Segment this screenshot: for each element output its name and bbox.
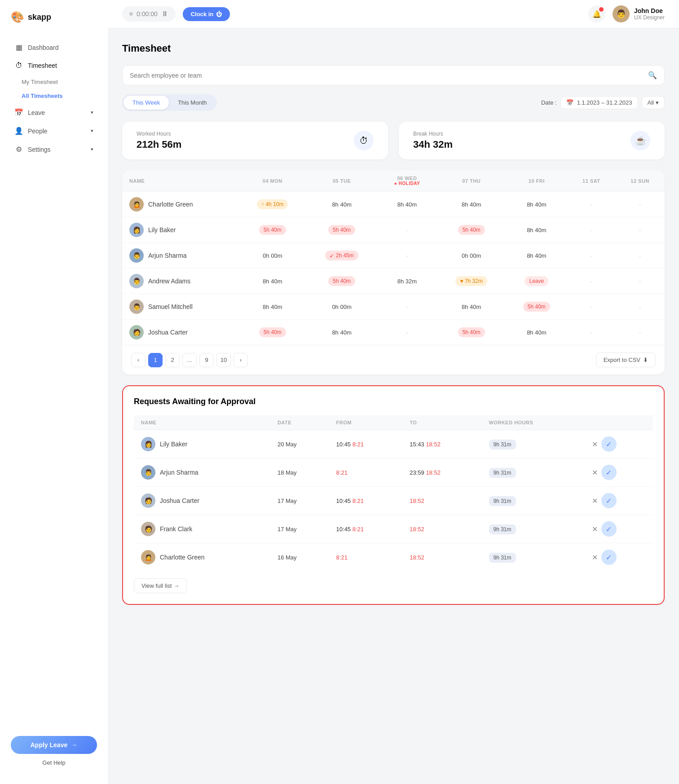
reject-button[interactable]: ✕ [592, 497, 598, 505]
reject-button[interactable]: ✕ [592, 553, 598, 562]
req-actions: ✕ ✓ [585, 430, 653, 458]
time-pill-low: ♥ 7h 32m [455, 276, 487, 286]
col-sun: 12 SUN [615, 170, 665, 192]
table-row: 👨Arjun Sharma0h 00m↙ 2h 45m-0h 00m8h 40m… [122, 243, 665, 269]
apply-leave-button[interactable]: Apply Leave → [11, 736, 97, 754]
date-range-picker[interactable]: 📅 1.1.2023 – 31.2.2023 [560, 96, 638, 109]
list-item: 👨 Arjun Sharma 18 May 8:21 23:59 18:52 9… [134, 458, 653, 487]
action-buttons: ✕ ✓ [592, 550, 646, 565]
col-fri: 10 FRI [506, 170, 567, 192]
action-buttons: ✕ ✓ [592, 521, 646, 537]
day-cell: 8h 40m [306, 320, 377, 345]
tab-this-week[interactable]: This Week [123, 96, 169, 110]
req-actions: ✕ ✓ [585, 543, 653, 572]
sidebar-item-settings[interactable]: ⚙ Settings ▾ [4, 141, 104, 158]
day-cell: 0h 00m [238, 243, 306, 269]
reject-button[interactable]: ✕ [592, 525, 598, 533]
calendar-icon: 📅 [566, 99, 573, 106]
export-csv-button[interactable]: Export to CSV ⬇ [596, 352, 656, 367]
to-red: 18:52 [410, 554, 424, 561]
day-cell: - [615, 243, 665, 269]
page-9-button[interactable]: 9 [199, 353, 214, 367]
day-cell: 8h 40m [377, 192, 437, 217]
dash-value: - [406, 304, 408, 310]
next-page-button[interactable]: › [234, 353, 248, 367]
tab-this-month[interactable]: This Month [169, 96, 216, 110]
approve-button[interactable]: ✓ [601, 521, 617, 537]
req-to: 15:43 18:52 [402, 430, 481, 458]
day-cell: - [377, 320, 437, 345]
day-cell: - [568, 243, 616, 269]
worked-hours-value: 212h 56m [137, 139, 181, 150]
page-numbers: ‹ 1 2 ... 9 10 › [131, 353, 248, 367]
employee-name: Andrew Adams [148, 277, 190, 285]
sidebar-item-my-timesheet[interactable]: My Timesheet [0, 75, 108, 89]
col-sat: 11 SAT [568, 170, 616, 192]
dash-value: - [639, 329, 641, 336]
req-employee-name: Frank Clark [160, 525, 192, 533]
sidebar-label-people: People [28, 128, 48, 135]
req-employee-name: Lily Baker [160, 440, 187, 448]
sidebar-item-leave[interactable]: 📅 Leave ▾ [4, 104, 104, 121]
time-pill-low: 5h 40m [523, 302, 550, 312]
user-details: John Doe UX Designer [634, 7, 665, 21]
view-full-list-button[interactable]: View full list → [134, 578, 187, 593]
all-filter-dropdown[interactable]: All ▾ [642, 96, 665, 109]
tab-group: This Week This Month [122, 94, 217, 111]
dash-value: - [591, 329, 592, 336]
list-item: 👩 Lily Baker 20 May 10:45 8:21 15:43 18:… [134, 430, 653, 458]
page-2-button[interactable]: 2 [165, 353, 180, 367]
notification-button[interactable]: 🔔 [588, 5, 605, 22]
req-worked: 9h 31m [482, 430, 585, 458]
logo-icon: 🎨 [11, 11, 24, 23]
apply-leave-arrow-icon: → [71, 741, 77, 749]
page-1-button[interactable]: 1 [148, 353, 163, 367]
clock-in-button[interactable]: Clock in ⏻ [183, 7, 230, 21]
approve-button[interactable]: ✓ [601, 436, 617, 452]
avatar: 👨 [129, 274, 144, 288]
approve-button[interactable]: ✓ [601, 493, 617, 508]
reject-button[interactable]: ✕ [592, 468, 598, 477]
worked-hours-badge: 9h 31m [489, 553, 516, 563]
avatar: 🧑 [129, 325, 144, 339]
time-pill-low: 5h 40m [259, 327, 286, 337]
pause-button[interactable]: ⏸ [161, 10, 168, 18]
avatar: 👨 [129, 300, 144, 314]
timer-section: 0:00:00 ⏸ [122, 6, 176, 22]
day-cell: 5h 40m [306, 269, 377, 294]
sidebar-item-dashboard[interactable]: ▦ Dashboard [4, 39, 104, 56]
dash-value: - [639, 304, 641, 310]
dash-value: - [639, 252, 641, 259]
chevron-down-icon-people: ▾ [91, 128, 93, 134]
search-input[interactable] [130, 72, 644, 79]
worked-hours-card: Worked Hours 212h 56m ⏱ [122, 122, 388, 159]
reject-button[interactable]: ✕ [592, 440, 598, 449]
avatar: 👨 [129, 248, 144, 263]
req-worked: 9h 31m [482, 543, 585, 572]
sidebar-item-people[interactable]: 👤 People ▾ [4, 122, 104, 140]
to-normal: 15:43 [410, 441, 424, 448]
req-worked: 9h 31m [482, 515, 585, 543]
approve-button[interactable]: ✓ [601, 550, 617, 565]
sidebar-item-all-timesheets[interactable]: All Timesheets [0, 89, 108, 103]
break-hours-value: 34h 32m [413, 139, 453, 150]
page-10-button[interactable]: 10 [216, 353, 231, 367]
sidebar-bottom: Apply Leave → Get Help [0, 729, 108, 773]
prev-page-button[interactable]: ‹ [131, 353, 146, 367]
time-pill-low: 5h 40m [328, 276, 355, 286]
sidebar-item-timesheet[interactable]: ⏱ Timesheet [4, 57, 104, 74]
col-tue: 05 TUE [306, 170, 377, 192]
get-help-link[interactable]: Get Help [11, 759, 97, 766]
to-red: 18:52 [410, 526, 424, 533]
user-info: 👨 John Doe UX Designer [613, 5, 665, 22]
to-red: 18:52 [410, 498, 424, 504]
day-cell: 8h 40m [506, 243, 567, 269]
req-col-worked: WORKED HOURS [482, 415, 585, 430]
employee-name: Charlotte Green [148, 201, 193, 208]
approve-button[interactable]: ✓ [601, 465, 617, 480]
employee-name-cell: 🧑Joshua Carter [122, 320, 238, 345]
avatar: 🧑 [141, 522, 155, 536]
day-cell: 0h 00m [437, 243, 506, 269]
day-cell: - [377, 217, 437, 243]
day-cell: 8h 32m [377, 269, 437, 294]
